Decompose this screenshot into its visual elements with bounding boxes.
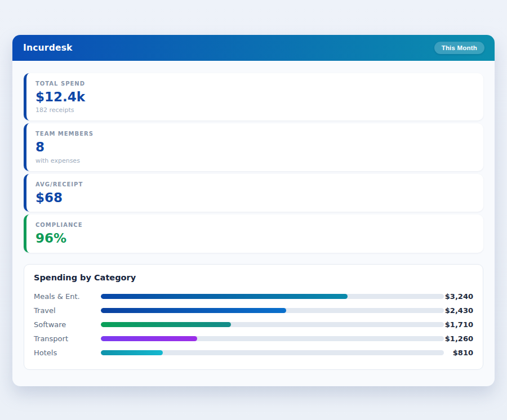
bar-track	[101, 308, 444, 313]
stat-subtext: with expenses	[35, 157, 474, 164]
category-label: Hotels	[34, 348, 101, 357]
bar-fill	[101, 308, 286, 313]
category-label: Software	[34, 320, 101, 329]
chart-row: Meals & Ent. $3,240	[34, 289, 473, 303]
stat-card: TOTAL SPEND $12.4k 182 receipts	[24, 73, 483, 120]
category-label: Transport	[34, 334, 101, 343]
stat-subtext: 182 receipts	[35, 106, 474, 114]
category-label: Travel	[34, 306, 101, 315]
bar-fill	[101, 336, 197, 341]
app-title: Incurdesk	[23, 43, 73, 53]
stat-value: $12.4k	[35, 90, 474, 104]
main-content: TOTAL SPEND $12.4k 182 receipts TEAM MEM…	[12, 61, 495, 381]
bar-fill	[101, 294, 348, 299]
app-header: Incurdesk This Month	[12, 35, 495, 61]
bar-track	[101, 294, 444, 299]
stat-value: 96%	[35, 231, 474, 245]
bar-track	[101, 322, 444, 327]
chart-row: Travel $2,430	[34, 303, 473, 318]
stat-card: COMPLIANCE 96%	[24, 215, 483, 252]
stat-card: TEAM MEMBERS 8 with expenses	[24, 123, 483, 171]
category-value: $3,240	[444, 292, 473, 301]
stat-label: COMPLIANCE	[35, 222, 474, 228]
chart-row: Transport $1,260	[34, 332, 473, 346]
chart-row: Software $1,710	[34, 318, 473, 332]
category-value: $2,430	[444, 306, 473, 315]
category-value: $810	[444, 348, 473, 357]
bar-track	[101, 350, 444, 355]
dashboard-panel: Incurdesk This Month TOTAL SPEND $12.4k …	[12, 35, 495, 386]
chart-row: Hotels $810	[34, 346, 473, 360]
stat-label: TEAM MEMBERS	[35, 131, 474, 137]
period-badge[interactable]: This Month	[434, 42, 484, 54]
category-value: $1,260	[444, 334, 473, 343]
stat-label: AVG/RECEIPT	[35, 181, 474, 187]
stats-list: TOTAL SPEND $12.4k 182 receipts TEAM MEM…	[24, 73, 483, 253]
stat-card: AVG/RECEIPT $68	[24, 174, 483, 212]
bar-fill	[101, 322, 231, 327]
category-value: $1,710	[444, 320, 473, 329]
stat-value: $68	[35, 190, 474, 205]
chart-title: Spending by Category	[34, 273, 473, 282]
stat-label: TOTAL SPEND	[35, 81, 474, 87]
stat-value: 8	[35, 140, 474, 154]
bar-track	[101, 336, 444, 341]
spending-chart-card: Spending by Category Meals & Ent. $3,240…	[24, 264, 483, 370]
bar-fill	[101, 350, 163, 355]
category-label: Meals & Ent.	[34, 292, 101, 301]
